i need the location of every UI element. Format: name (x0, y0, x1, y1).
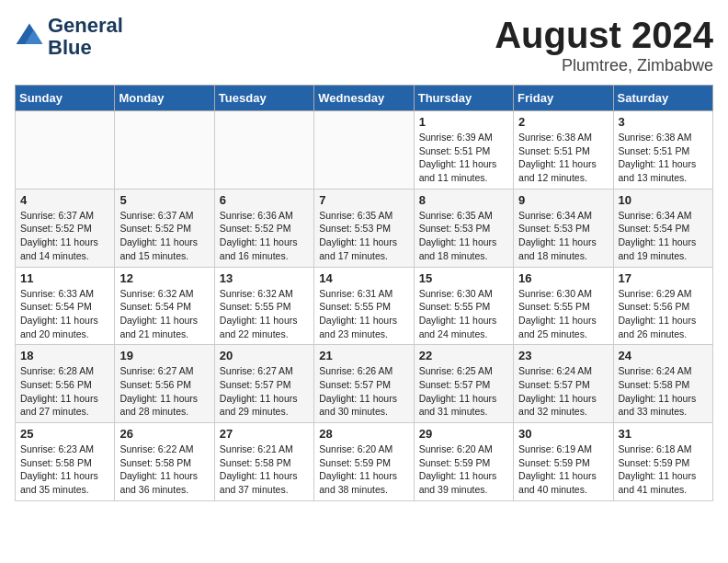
day-number: 4 (20, 193, 109, 207)
calendar-cell: 15Sunrise: 6:30 AMSunset: 5:55 PMDayligh… (414, 267, 513, 345)
day-number: 24 (619, 349, 708, 362)
calendar-cell: 12Sunrise: 6:32 AMSunset: 5:54 PMDayligh… (115, 267, 214, 345)
day-info: Sunrise: 6:31 AMSunset: 5:55 PMDaylight:… (319, 287, 408, 341)
calendar-cell: 27Sunrise: 6:21 AMSunset: 5:58 PMDayligh… (214, 423, 313, 501)
day-number: 30 (518, 427, 608, 441)
day-info: Sunrise: 6:34 AMSunset: 5:54 PMDaylight:… (619, 209, 708, 263)
calendar-cell (115, 111, 214, 190)
col-header-thursday: Thursday (414, 86, 513, 111)
day-info: Sunrise: 6:39 AMSunset: 5:51 PMDaylight:… (419, 131, 508, 185)
month-title: August 2024 (495, 15, 713, 56)
calendar-cell (314, 111, 414, 190)
day-number: 27 (220, 427, 309, 441)
day-info: Sunrise: 6:30 AMSunset: 5:55 PMDaylight:… (419, 287, 508, 341)
calendar-cell: 11Sunrise: 6:33 AMSunset: 5:54 PMDayligh… (16, 267, 115, 345)
location: Plumtree, Zimbabwe (495, 56, 713, 75)
day-number: 8 (419, 193, 508, 207)
day-info: Sunrise: 6:18 AMSunset: 5:59 PMDaylight:… (619, 442, 708, 497)
col-header-monday: Monday (115, 86, 214, 111)
day-number: 14 (319, 271, 408, 285)
day-info: Sunrise: 6:37 AMSunset: 5:52 PMDaylight:… (20, 209, 109, 263)
day-info: Sunrise: 6:20 AMSunset: 5:59 PMDaylight:… (419, 442, 508, 497)
calendar-cell: 5Sunrise: 6:37 AMSunset: 5:52 PMDaylight… (115, 189, 214, 267)
day-number: 29 (419, 427, 508, 441)
day-info: Sunrise: 6:30 AMSunset: 5:55 PMDaylight:… (518, 287, 608, 341)
title-block: August 2024 Plumtree, Zimbabwe (495, 15, 713, 75)
day-number: 22 (419, 349, 508, 362)
calendar-cell: 14Sunrise: 6:31 AMSunset: 5:55 PMDayligh… (314, 267, 414, 345)
calendar-cell: 25Sunrise: 6:23 AMSunset: 5:58 PMDayligh… (16, 423, 115, 501)
col-header-saturday: Saturday (613, 86, 712, 111)
day-number: 31 (619, 427, 708, 441)
day-number: 19 (119, 349, 209, 362)
calendar-cell: 21Sunrise: 6:26 AMSunset: 5:57 PMDayligh… (314, 345, 414, 423)
day-info: Sunrise: 6:20 AMSunset: 5:59 PMDaylight:… (319, 442, 408, 497)
day-info: Sunrise: 6:28 AMSunset: 5:56 PMDaylight:… (20, 364, 109, 419)
calendar-cell: 29Sunrise: 6:20 AMSunset: 5:59 PMDayligh… (414, 423, 513, 501)
day-number: 9 (518, 193, 608, 207)
col-header-friday: Friday (514, 86, 613, 111)
calendar-cell: 4Sunrise: 6:37 AMSunset: 5:52 PMDaylight… (16, 189, 115, 267)
week-row-2: 4Sunrise: 6:37 AMSunset: 5:52 PMDaylight… (16, 189, 713, 267)
day-number: 7 (319, 193, 408, 207)
day-info: Sunrise: 6:34 AMSunset: 5:53 PMDaylight:… (518, 209, 608, 263)
day-info: Sunrise: 6:25 AMSunset: 5:57 PMDaylight:… (419, 364, 508, 419)
header-row: SundayMondayTuesdayWednesdayThursdayFrid… (16, 86, 713, 111)
day-number: 16 (518, 271, 608, 285)
day-info: Sunrise: 6:38 AMSunset: 5:51 PMDaylight:… (619, 131, 708, 185)
logo-text: General Blue (48, 15, 123, 59)
day-number: 12 (119, 271, 209, 285)
calendar-cell: 22Sunrise: 6:25 AMSunset: 5:57 PMDayligh… (414, 345, 513, 423)
day-number: 6 (220, 193, 309, 207)
day-info: Sunrise: 6:24 AMSunset: 5:57 PMDaylight:… (518, 364, 608, 419)
day-info: Sunrise: 6:29 AMSunset: 5:56 PMDaylight:… (619, 287, 708, 341)
calendar-cell (16, 111, 115, 190)
day-info: Sunrise: 6:24 AMSunset: 5:58 PMDaylight:… (619, 364, 708, 419)
day-number: 25 (20, 427, 109, 441)
day-info: Sunrise: 6:35 AMSunset: 5:53 PMDaylight:… (419, 209, 508, 263)
week-row-5: 25Sunrise: 6:23 AMSunset: 5:58 PMDayligh… (16, 423, 713, 501)
day-info: Sunrise: 6:19 AMSunset: 5:59 PMDaylight:… (518, 442, 608, 497)
day-info: Sunrise: 6:36 AMSunset: 5:52 PMDaylight:… (220, 209, 309, 263)
calendar-cell: 20Sunrise: 6:27 AMSunset: 5:57 PMDayligh… (214, 345, 313, 423)
logo-icon (15, 22, 44, 52)
calendar-cell: 6Sunrise: 6:36 AMSunset: 5:52 PMDaylight… (214, 189, 313, 267)
col-header-tuesday: Tuesday (214, 86, 313, 111)
calendar-cell: 30Sunrise: 6:19 AMSunset: 5:59 PMDayligh… (514, 423, 613, 501)
day-info: Sunrise: 6:33 AMSunset: 5:54 PMDaylight:… (20, 287, 109, 341)
calendar-cell: 24Sunrise: 6:24 AMSunset: 5:58 PMDayligh… (613, 345, 712, 423)
calendar-cell: 7Sunrise: 6:35 AMSunset: 5:53 PMDaylight… (314, 189, 414, 267)
col-header-sunday: Sunday (16, 86, 115, 111)
day-number: 28 (319, 427, 408, 441)
day-number: 5 (119, 193, 209, 207)
day-info: Sunrise: 6:22 AMSunset: 5:58 PMDaylight:… (119, 442, 209, 497)
day-number: 20 (220, 349, 309, 362)
calendar-cell: 23Sunrise: 6:24 AMSunset: 5:57 PMDayligh… (514, 345, 613, 423)
day-info: Sunrise: 6:32 AMSunset: 5:54 PMDaylight:… (119, 287, 209, 341)
calendar-cell: 1Sunrise: 6:39 AMSunset: 5:51 PMDaylight… (414, 111, 513, 190)
day-number: 18 (20, 349, 109, 362)
day-number: 26 (119, 427, 209, 441)
calendar-cell: 9Sunrise: 6:34 AMSunset: 5:53 PMDaylight… (514, 189, 613, 267)
day-info: Sunrise: 6:27 AMSunset: 5:56 PMDaylight:… (119, 364, 209, 419)
calendar-cell: 3Sunrise: 6:38 AMSunset: 5:51 PMDaylight… (613, 111, 712, 190)
week-row-1: 1Sunrise: 6:39 AMSunset: 5:51 PMDaylight… (16, 111, 713, 190)
day-number: 10 (619, 193, 708, 207)
day-number: 11 (20, 271, 109, 285)
logo: General Blue (15, 15, 123, 59)
calendar-cell: 26Sunrise: 6:22 AMSunset: 5:58 PMDayligh… (115, 423, 214, 501)
week-row-3: 11Sunrise: 6:33 AMSunset: 5:54 PMDayligh… (16, 267, 713, 345)
calendar-cell: 16Sunrise: 6:30 AMSunset: 5:55 PMDayligh… (514, 267, 613, 345)
calendar-cell: 13Sunrise: 6:32 AMSunset: 5:55 PMDayligh… (214, 267, 313, 345)
day-info: Sunrise: 6:37 AMSunset: 5:52 PMDaylight:… (119, 209, 209, 263)
col-header-wednesday: Wednesday (314, 86, 414, 111)
calendar-cell: 28Sunrise: 6:20 AMSunset: 5:59 PMDayligh… (314, 423, 414, 501)
calendar-cell: 8Sunrise: 6:35 AMSunset: 5:53 PMDaylight… (414, 189, 513, 267)
calendar-cell: 18Sunrise: 6:28 AMSunset: 5:56 PMDayligh… (16, 345, 115, 423)
day-number: 15 (419, 271, 508, 285)
day-info: Sunrise: 6:21 AMSunset: 5:58 PMDaylight:… (220, 442, 309, 497)
day-number: 17 (619, 271, 708, 285)
day-info: Sunrise: 6:35 AMSunset: 5:53 PMDaylight:… (319, 209, 408, 263)
calendar-cell: 2Sunrise: 6:38 AMSunset: 5:51 PMDaylight… (514, 111, 613, 190)
day-number: 23 (518, 349, 608, 362)
